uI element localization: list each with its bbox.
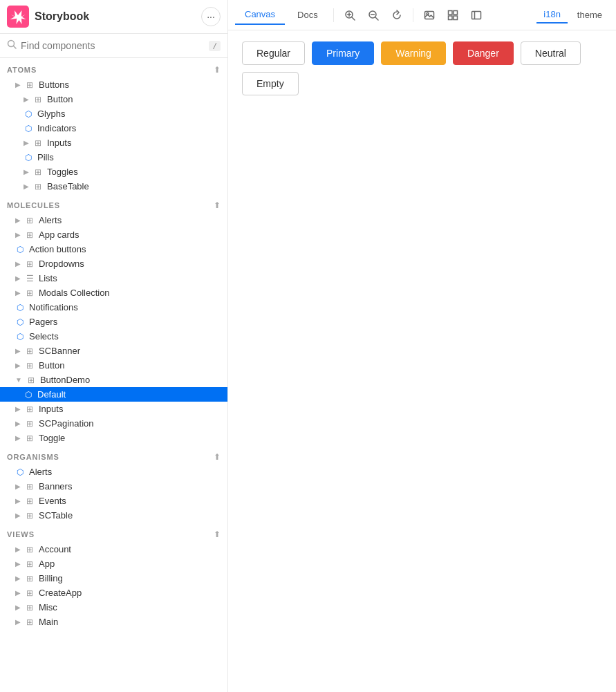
tree-item[interactable]: ⬡ Notifications xyxy=(0,300,227,315)
zoom-in-button[interactable] xyxy=(339,5,360,26)
tree-item-default[interactable]: ⬡ Default xyxy=(0,387,227,402)
expand-icon: ▶ xyxy=(15,362,21,369)
expand-icon: ▶ xyxy=(24,168,29,176)
tree-item[interactable]: ▶ ☰ Lists xyxy=(0,271,227,286)
tree-item[interactable]: ⬡ Indicators xyxy=(0,121,227,135)
logo-area: Storybook xyxy=(7,6,89,28)
expand-icon: ▶ xyxy=(15,260,21,268)
grid-icon: ⊞ xyxy=(25,588,35,598)
grid-icon: ⊞ xyxy=(33,138,43,148)
atoms-title: ATOMS xyxy=(7,66,37,74)
grid-icon: ⊞ xyxy=(25,216,35,225)
tree-item[interactable]: ⬡ Selects xyxy=(0,329,227,344)
regular-button[interactable]: Regular xyxy=(242,41,305,65)
grid-icon: ⊞ xyxy=(25,482,35,492)
expand-icon: ▼ xyxy=(15,376,22,384)
tree-item[interactable]: ▶ ⊞ Modals Collection xyxy=(0,286,227,300)
list-icon: ☰ xyxy=(25,274,35,283)
organisms-chevron-icon: ⬆ xyxy=(214,452,221,462)
tree-item[interactable]: ⬡ Pills xyxy=(0,150,227,165)
neutral-button[interactable]: Neutral xyxy=(521,41,581,65)
organisms-section-header[interactable]: ORGANISMS ⬆ xyxy=(0,445,227,465)
tree-item[interactable]: ▶ ⊞ Billing xyxy=(0,571,227,586)
zoom-out-button[interactable] xyxy=(363,5,384,26)
expand-icon: ▶ xyxy=(15,604,21,611)
expand-icon: ▶ xyxy=(24,183,29,190)
primary-button[interactable]: Primary xyxy=(312,41,374,65)
expand-icon: ▶ xyxy=(15,434,21,442)
tree-item[interactable]: ▶ ⊞ CreateApp xyxy=(0,586,227,600)
tree-item[interactable]: ▶ ⊞ SCPagination xyxy=(0,416,227,431)
tree-item[interactable]: ▶ ⊞ App xyxy=(0,557,227,571)
tree-item[interactable]: ▶ ⊞ BaseTable xyxy=(0,179,227,194)
svg-line-2 xyxy=(14,46,17,49)
reset-zoom-button[interactable] xyxy=(386,5,407,26)
tree-item[interactable]: ▶ ⊞ Banners xyxy=(0,479,227,494)
viewport-button[interactable] xyxy=(466,5,487,26)
theme-button[interactable]: theme xyxy=(570,7,609,23)
svg-line-4 xyxy=(352,17,355,20)
expand-icon: ▶ xyxy=(15,216,21,224)
tree-item[interactable]: ⬡ Action buttons xyxy=(0,242,227,256)
search-input[interactable] xyxy=(21,40,205,51)
grid-icon: ⊞ xyxy=(25,496,35,506)
expand-icon: ▶ xyxy=(15,347,21,355)
empty-button[interactable]: Empty xyxy=(242,72,299,95)
tree-item[interactable]: ▶ ⊞ Buttons xyxy=(0,77,227,92)
sidebar: Storybook ··· / ATOMS ⬆ ▶ ⊞ Buttons ▶ ⊞ … xyxy=(0,0,228,692)
tree-item[interactable]: ▶ ⊞ SCBanner xyxy=(0,344,227,358)
background-button[interactable] xyxy=(419,5,440,26)
zoom-in-icon xyxy=(344,10,355,21)
component-icon: ⬡ xyxy=(15,303,25,312)
expand-icon: ▶ xyxy=(15,483,21,490)
warning-button[interactable]: Warning xyxy=(381,41,446,65)
grid-icon: ⊞ xyxy=(25,404,35,414)
tree-item[interactable]: ▶ ⊞ Inputs xyxy=(0,402,227,416)
tree-item[interactable]: ⬡ Glyphs xyxy=(0,106,227,121)
expand-icon: ▶ xyxy=(15,560,21,568)
tree-item[interactable]: ▶ ⊞ Events xyxy=(0,494,227,508)
tree-item[interactable]: ▶ ⊞ Account xyxy=(0,542,227,557)
svg-rect-13 xyxy=(454,10,458,15)
logo-text: Storybook xyxy=(35,10,89,23)
component-icon: ⬡ xyxy=(15,332,25,342)
tree-item[interactable]: ▶ ⊞ App cards xyxy=(0,227,227,242)
grid-icon: ⊞ xyxy=(25,80,35,90)
docs-tab[interactable]: Docs xyxy=(288,6,328,24)
sidebar-tree: ATOMS ⬆ ▶ ⊞ Buttons ▶ ⊞ Button ⬡ Glyphs … xyxy=(0,58,227,692)
danger-button[interactable]: Danger xyxy=(453,41,514,65)
views-chevron-icon: ⬆ xyxy=(214,530,221,539)
tree-item[interactable]: ▶ ⊞ Misc xyxy=(0,600,227,615)
grid-icon: ⊞ xyxy=(25,545,35,554)
canvas-tab[interactable]: Canvas xyxy=(235,5,285,25)
i18n-button[interactable]: i18n xyxy=(536,6,568,24)
grid-icon: ⊞ xyxy=(25,433,35,443)
component-icon: ⬡ xyxy=(24,390,33,400)
tree-item[interactable]: ▼ ⊞ ButtonDemo xyxy=(0,373,227,387)
grid-icon: ⊞ xyxy=(25,346,35,356)
search-bar: / xyxy=(0,34,227,58)
grid-icon xyxy=(447,10,458,21)
zoom-out-icon xyxy=(368,10,379,21)
svg-line-8 xyxy=(375,17,378,20)
tree-item[interactable]: ▶ ⊞ Toggles xyxy=(0,165,227,179)
tree-item[interactable]: ▶ ⊞ Button xyxy=(0,92,227,106)
tree-item[interactable]: ▶ ⊞ Button xyxy=(0,358,227,373)
tree-item[interactable]: ▶ ⊞ SCTable xyxy=(0,508,227,523)
tree-item[interactable]: ▶ ⊞ Main xyxy=(0,615,227,629)
tree-item[interactable]: ⬡ Alerts xyxy=(0,465,227,479)
expand-icon: ▶ xyxy=(15,81,21,88)
grid-button[interactable] xyxy=(442,5,463,26)
tree-item[interactable]: ▶ ⊞ Alerts xyxy=(0,213,227,227)
expand-icon: ▶ xyxy=(15,497,21,505)
tree-item[interactable]: ⬡ Pagers xyxy=(0,315,227,329)
molecules-section-header[interactable]: MOLECULES ⬆ xyxy=(0,194,227,213)
atoms-section-header[interactable]: ATOMS ⬆ xyxy=(0,58,227,77)
tree-item[interactable]: ▶ ⊞ Inputs xyxy=(0,135,227,150)
more-options-button[interactable]: ··· xyxy=(201,7,221,26)
tree-item[interactable]: ▶ ⊞ Toggle xyxy=(0,431,227,445)
grid-icon: ⊞ xyxy=(25,361,35,371)
tree-item[interactable]: ▶ ⊞ Dropdowns xyxy=(0,256,227,271)
views-section-header[interactable]: VIEWS ⬆ xyxy=(0,523,227,542)
svg-rect-16 xyxy=(472,11,480,19)
